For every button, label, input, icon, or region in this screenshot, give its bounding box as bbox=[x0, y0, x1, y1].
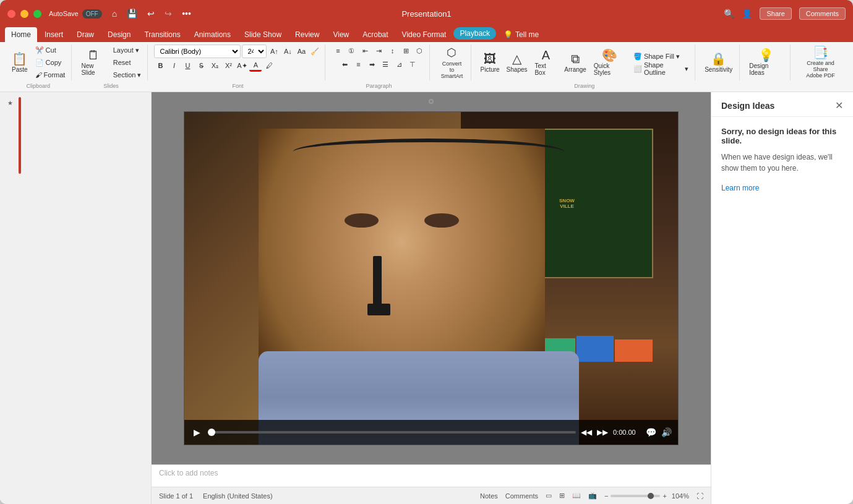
align-text-button[interactable]: ⊤ bbox=[406, 58, 419, 70]
search-icon[interactable]: 🔍 bbox=[724, 9, 734, 19]
caption-icon[interactable]: 💬 bbox=[646, 427, 656, 437]
section-button[interactable]: Section ▾ bbox=[111, 69, 144, 80]
line-spacing-button[interactable]: ↕ bbox=[386, 45, 398, 57]
resize-handle-right[interactable] bbox=[678, 269, 679, 288]
fit-window-icon[interactable]: ⛶ bbox=[697, 492, 703, 500]
highlight-button[interactable]: 🖊 bbox=[263, 59, 275, 72]
undo-icon[interactable]: ↩ bbox=[147, 9, 155, 19]
slide-sorter-icon[interactable]: ⊞ bbox=[559, 492, 565, 500]
font-color-button[interactable]: A bbox=[249, 59, 262, 72]
shape-outline-button[interactable]: ⬜ Shape Outline ▾ bbox=[631, 63, 691, 74]
tab-animations[interactable]: Animations bbox=[188, 27, 237, 42]
home-icon[interactable]: ⌂ bbox=[112, 9, 117, 19]
close-button[interactable] bbox=[7, 10, 15, 18]
design-panel-close-button[interactable]: ✕ bbox=[835, 100, 843, 111]
maximize-button[interactable] bbox=[33, 10, 41, 18]
picture-button[interactable]: 🖼 Picture bbox=[478, 45, 502, 80]
text-direction-button[interactable]: ⊿ bbox=[393, 58, 405, 70]
play-button[interactable]: ▶ bbox=[191, 426, 203, 438]
increase-indent-button[interactable]: ⇥ bbox=[372, 45, 385, 57]
minimize-button[interactable] bbox=[20, 10, 28, 18]
profile-icon[interactable]: 👤 bbox=[742, 9, 752, 19]
slide-thumbnail[interactable] bbox=[19, 97, 21, 174]
change-case-button[interactable]: Aa bbox=[295, 45, 307, 58]
zoom-thumb[interactable] bbox=[648, 493, 654, 499]
bullets-button[interactable]: ≡ bbox=[332, 45, 344, 57]
chevron-fill-icon: ▾ bbox=[676, 53, 680, 61]
tab-view[interactable]: View bbox=[327, 27, 355, 42]
share-button[interactable]: Share bbox=[760, 7, 791, 20]
reset-button[interactable]: Reset bbox=[111, 57, 144, 68]
create-pdf-button[interactable]: 📑 Create and ShareAdobe PDF bbox=[797, 45, 844, 80]
presentation-view-icon[interactable]: 📺 bbox=[588, 492, 597, 500]
tab-home[interactable]: Home bbox=[5, 27, 37, 42]
align-right-button[interactable]: ➡ bbox=[366, 58, 378, 70]
comments-status-button[interactable]: Comments bbox=[505, 492, 538, 500]
zoom-slider[interactable] bbox=[611, 495, 660, 497]
tab-insert[interactable]: Insert bbox=[38, 27, 69, 42]
notes-area[interactable]: Click to add notes bbox=[152, 464, 711, 487]
bold-button[interactable]: B bbox=[154, 59, 166, 72]
paste-button[interactable]: 📋 Paste bbox=[9, 45, 31, 80]
align-left-button[interactable]: ⬅ bbox=[338, 58, 351, 70]
zoom-in-button[interactable]: + bbox=[662, 492, 666, 500]
prev-frame-icon[interactable]: ◀◀ bbox=[581, 428, 592, 437]
columns-button[interactable]: ⊞ bbox=[400, 45, 412, 57]
chevron-down-icon: ▾ bbox=[135, 46, 139, 54]
tab-review[interactable]: Review bbox=[289, 27, 325, 42]
copy-button[interactable]: 📄 Copy bbox=[33, 57, 68, 68]
next-frame-icon[interactable]: ▶▶ bbox=[597, 428, 608, 437]
numbering-button[interactable]: ① bbox=[345, 45, 358, 57]
autosave-toggle[interactable]: OFF bbox=[82, 9, 102, 19]
tab-acrobat[interactable]: Acrobat bbox=[356, 27, 394, 42]
zoom-out-button[interactable]: − bbox=[604, 492, 608, 500]
font-size-select[interactable]: 24 bbox=[242, 45, 267, 58]
smart-art-convert[interactable]: ⬡ bbox=[413, 45, 426, 57]
notes-status-button[interactable]: Notes bbox=[480, 492, 498, 500]
increase-font-button[interactable]: A↑ bbox=[268, 45, 280, 58]
cut-button[interactable]: ✂️ Cut bbox=[33, 45, 68, 56]
save-icon[interactable]: 💾 bbox=[127, 9, 137, 19]
strikethrough-button[interactable]: S̶ bbox=[195, 59, 207, 72]
shapes-button[interactable]: △ Shapes bbox=[504, 45, 530, 80]
decrease-indent-button[interactable]: ⇤ bbox=[359, 45, 371, 57]
superscript-button[interactable]: X² bbox=[222, 59, 234, 72]
shape-fill-button[interactable]: 🪣 Shape Fill ▾ bbox=[631, 51, 691, 62]
sensitivity-button[interactable]: 🔒 Sensitivity bbox=[701, 45, 735, 80]
font-name-select[interactable]: Calibri (Body) bbox=[154, 45, 241, 58]
layout-button[interactable]: Layout ▾ bbox=[111, 45, 144, 56]
format-button[interactable]: 🖌 Format bbox=[33, 69, 68, 80]
learn-more-link[interactable]: Learn more bbox=[721, 184, 759, 192]
quick-styles-button[interactable]: 🎨 Quick Styles bbox=[591, 45, 629, 80]
subscript-button[interactable]: X₂ bbox=[208, 59, 221, 72]
textbox-button[interactable]: A Text Box bbox=[531, 45, 560, 80]
more-options-icon[interactable]: ••• bbox=[182, 9, 191, 19]
tab-draw[interactable]: Draw bbox=[71, 27, 100, 42]
new-slide-button[interactable]: 🗒 New Slide bbox=[78, 45, 108, 80]
tab-transitions[interactable]: Transitions bbox=[138, 27, 186, 42]
tab-slideshow[interactable]: Slide Show bbox=[238, 27, 288, 42]
text-effects-button[interactable]: A✦ bbox=[236, 59, 248, 72]
underline-button[interactable]: U bbox=[181, 59, 194, 72]
progress-bar[interactable] bbox=[208, 431, 576, 434]
resize-handle-left[interactable] bbox=[184, 269, 184, 288]
justify-button[interactable]: ☰ bbox=[379, 58, 392, 70]
design-ideas-button[interactable]: 💡 Design Ideas bbox=[746, 45, 786, 80]
rotate-handle[interactable] bbox=[429, 99, 434, 104]
clear-format-button[interactable]: 🧹 bbox=[309, 45, 321, 58]
normal-view-icon[interactable]: ▭ bbox=[546, 492, 552, 500]
tab-tellme[interactable]: 💡 Tell me bbox=[497, 27, 545, 42]
decrease-font-button[interactable]: A↓ bbox=[281, 45, 294, 58]
comments-button[interactable]: Comments bbox=[799, 7, 846, 20]
arrange-button[interactable]: ⧉ Arrange bbox=[562, 45, 588, 80]
tab-design[interactable]: Design bbox=[101, 27, 137, 42]
align-center-button[interactable]: ≡ bbox=[352, 58, 364, 70]
main-area: 1 ★ bbox=[0, 92, 853, 504]
tab-videoformat[interactable]: Video Format bbox=[396, 27, 453, 42]
redo-icon[interactable]: ↪ bbox=[165, 9, 172, 19]
italic-button[interactable]: I bbox=[168, 59, 180, 72]
convert-smartart-button[interactable]: ⬡ Convert toSmartArt bbox=[436, 45, 467, 80]
reading-view-icon[interactable]: 📖 bbox=[572, 492, 581, 500]
tab-playback[interactable]: Playback bbox=[453, 27, 496, 40]
volume-icon[interactable]: 🔊 bbox=[661, 427, 672, 437]
